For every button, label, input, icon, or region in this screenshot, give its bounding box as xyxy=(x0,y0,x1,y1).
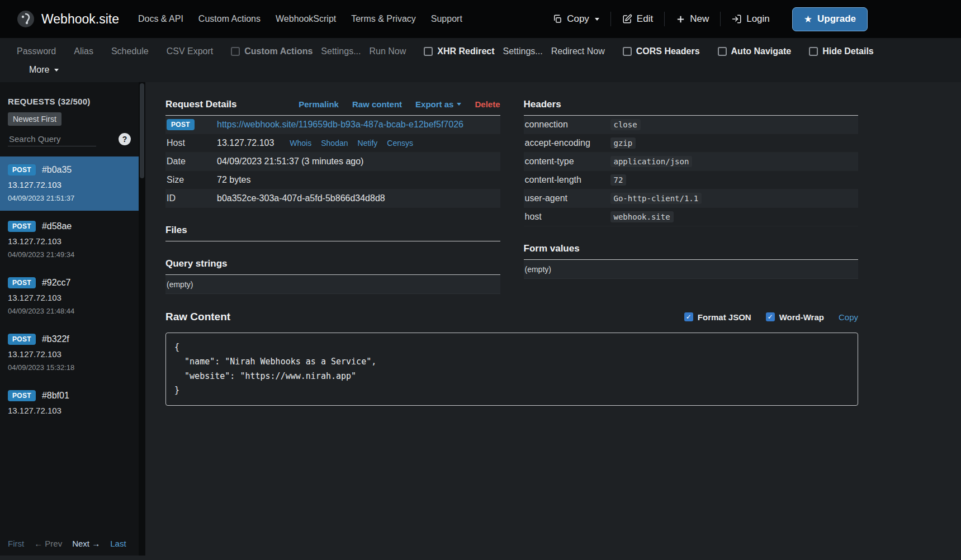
raw-content-header: Raw Content Format JSON Word-Wrap Copy xyxy=(165,311,858,323)
nav-webhookscript[interactable]: WebhookScript xyxy=(276,14,336,24)
password-link[interactable]: Password xyxy=(17,46,56,56)
nav-support[interactable]: Support xyxy=(431,14,462,24)
word-wrap-checkbox[interactable] xyxy=(766,312,775,321)
upgrade-label: Upgrade xyxy=(817,13,856,25)
more-menu-button[interactable]: More xyxy=(29,65,59,75)
schedule-link[interactable]: Schedule xyxy=(111,46,149,56)
method-badge: POST xyxy=(8,390,36,401)
sort-order-button[interactable]: Newest First xyxy=(8,112,61,126)
request-id: #b322f xyxy=(42,334,69,344)
size-label: Size xyxy=(167,175,217,185)
header-row: content-length 72 xyxy=(524,171,859,189)
id-label: ID xyxy=(167,193,217,203)
format-json-toggle[interactable]: Format JSON xyxy=(684,312,751,322)
request-date: 04/09/2023 15:32:18 xyxy=(8,363,131,372)
request-ip: 13.127.72.103 xyxy=(8,180,131,189)
format-json-checkbox[interactable] xyxy=(684,312,693,321)
censys-link[interactable]: Censys xyxy=(387,139,413,148)
shodan-link[interactable]: Shodan xyxy=(321,139,348,148)
request-date: 04/09/2023 21:51:37 xyxy=(8,194,131,202)
plus-icon xyxy=(676,15,685,24)
request-item[interactable]: POST #b0a35 13.127.72.103 04/09/2023 21:… xyxy=(0,156,139,211)
more-label: More xyxy=(29,65,49,75)
cors-headers-checkbox[interactable] xyxy=(623,47,632,56)
requests-count: REQUESTS (32/500) xyxy=(8,97,131,106)
toolbar-row: Password Alias Schedule CSV Export Custo… xyxy=(17,46,868,56)
copy-raw-link[interactable]: Copy xyxy=(839,312,858,322)
header-value: gzip xyxy=(610,137,636,149)
sidebar-header: REQUESTS (32/500) Newest First ? xyxy=(0,82,139,146)
request-ip: 13.127.72.103 xyxy=(8,293,131,302)
custom-actions-toggle[interactable]: Custom Actions xyxy=(231,46,313,56)
pagination-prev[interactable]: ← Prev xyxy=(34,539,62,548)
xhr-redirect-checkbox[interactable] xyxy=(424,47,433,56)
login-icon xyxy=(732,14,742,24)
request-item[interactable]: POST #92cc7 13.127.72.103 04/09/2023 21:… xyxy=(0,269,139,324)
header-value: application/json xyxy=(610,156,693,167)
pagination-next[interactable]: Next → xyxy=(72,539,100,548)
header-value: close xyxy=(610,119,641,130)
navbar-actions: Copy Edit New Login Upgrade xyxy=(541,7,868,31)
xhr-redirect-now-link[interactable]: Redirect Now xyxy=(551,46,605,56)
netify-link[interactable]: Netify xyxy=(358,139,378,148)
login-button[interactable]: Login xyxy=(721,13,781,25)
delete-link[interactable]: Delete xyxy=(475,99,500,109)
cors-headers-label: CORS Headers xyxy=(636,46,700,56)
nav-terms-privacy[interactable]: Terms & Privacy xyxy=(351,14,416,24)
edit-button[interactable]: Edit xyxy=(611,13,664,25)
auto-navigate-checkbox[interactable] xyxy=(718,47,727,56)
cors-headers-toggle[interactable]: CORS Headers xyxy=(623,46,700,56)
scrollbar-thumb[interactable] xyxy=(140,83,144,178)
hide-details-label: Hide Details xyxy=(822,46,874,56)
login-label: Login xyxy=(746,13,770,25)
request-url-link[interactable]: https://webhook.site/119659db-b93a-487a-… xyxy=(217,120,463,130)
xhr-redirect-toggle[interactable]: XHR Redirect xyxy=(424,46,494,56)
size-row: Size 72 bytes xyxy=(165,171,500,189)
brand[interactable]: Webhook.site xyxy=(17,10,119,28)
help-icon[interactable]: ? xyxy=(119,133,131,145)
raw-content-link[interactable]: Raw content xyxy=(352,99,402,109)
method-badge: POST xyxy=(8,221,36,232)
auto-navigate-label: Auto Navigate xyxy=(731,46,792,56)
request-item[interactable]: POST #8bf01 13.127.72.103 xyxy=(0,382,139,428)
raw-content-title: Raw Content xyxy=(165,311,230,323)
pagination-last[interactable]: Last xyxy=(110,539,126,548)
form-values-empty: (empty) xyxy=(524,260,859,279)
xhr-settings-link[interactable]: Settings... xyxy=(503,46,543,56)
export-as-menu[interactable]: Export as xyxy=(415,99,461,109)
auto-navigate-toggle[interactable]: Auto Navigate xyxy=(718,46,792,56)
webhook-logo-icon xyxy=(17,10,35,28)
word-wrap-toggle[interactable]: Word-Wrap xyxy=(766,312,824,322)
copy-label: Copy xyxy=(567,13,589,25)
alias-link[interactable]: Alias xyxy=(74,46,93,56)
caret-down-icon xyxy=(595,18,599,21)
header-row: content-type application/json xyxy=(524,153,859,171)
date-label: Date xyxy=(167,156,217,167)
csv-export-link[interactable]: CSV Export xyxy=(167,46,214,56)
search-input[interactable] xyxy=(8,132,96,146)
hide-details-toggle[interactable]: Hide Details xyxy=(809,46,874,56)
nav-custom-actions[interactable]: Custom Actions xyxy=(198,14,261,24)
sidebar-scrollbar[interactable] xyxy=(139,82,145,556)
header-name: accept-encoding xyxy=(525,138,610,148)
toolbar: Password Alias Schedule CSV Export Custo… xyxy=(0,38,961,82)
upgrade-button[interactable]: Upgrade xyxy=(792,7,868,31)
request-item[interactable]: POST #b322f 13.127.72.103 04/09/2023 15:… xyxy=(0,326,139,380)
request-item[interactable]: POST #d58ae 13.127.72.103 04/09/2023 21:… xyxy=(0,213,139,267)
request-ip: 13.127.72.103 xyxy=(8,349,131,359)
word-wrap-label: Word-Wrap xyxy=(779,312,824,322)
custom-actions-checkbox[interactable] xyxy=(231,47,240,56)
pagination-first[interactable]: First xyxy=(8,539,24,548)
header-row: connection close xyxy=(524,116,859,134)
permalink-link[interactable]: Permalink xyxy=(299,99,339,109)
copy-menu-button[interactable]: Copy xyxy=(541,13,610,25)
request-id: #b0a35 xyxy=(42,165,72,175)
custom-actions-settings-link[interactable]: Settings... xyxy=(321,46,361,56)
whois-link[interactable]: Whois xyxy=(290,139,311,148)
hide-details-checkbox[interactable] xyxy=(809,47,818,56)
nav-docs-api[interactable]: Docs & API xyxy=(138,14,183,24)
custom-actions-run-now-link[interactable]: Run Now xyxy=(369,46,406,56)
pagination: First ← Prev Next → Last xyxy=(0,531,139,556)
new-button[interactable]: New xyxy=(665,13,720,25)
date-row: Date 04/09/2023 21:51:37 (3 minutes ago) xyxy=(165,153,500,171)
